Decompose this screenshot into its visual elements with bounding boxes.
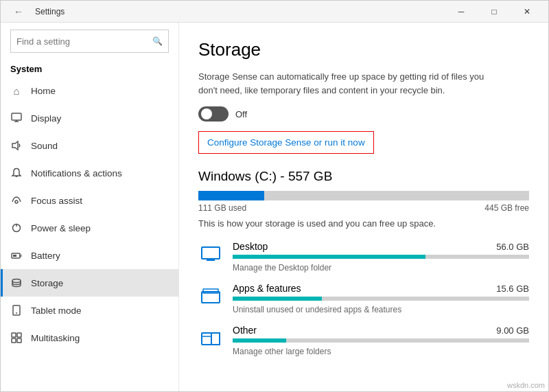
focus-icon [10, 194, 23, 207]
sidebar-item-display[interactable]: Display [1, 104, 178, 132]
other-name: Other [233, 325, 257, 336]
sidebar-item-notifications-label: Notifications & actions [31, 168, 122, 178]
svg-rect-17 [202, 247, 220, 259]
free-label: 445 GB free [484, 203, 529, 213]
apps-size: 15.6 GB [496, 284, 529, 294]
storage-item-desktop[interactable]: Desktop 56.0 GB Manage the Desktop folde… [198, 241, 529, 273]
sidebar-item-home[interactable]: ⌂ Home [1, 77, 178, 104]
desktop-desc: Manage the Desktop folder [233, 263, 331, 273]
other-bar [233, 338, 529, 343]
sidebar-search-container: 🔍 [1, 23, 178, 60]
main-storage-bar [198, 191, 529, 200]
titlebar-controls: ─ □ ✕ [445, 1, 543, 23]
desktop-bar-fill [233, 255, 425, 259]
notifications-icon [10, 167, 23, 179]
titlebar: ← Settings ─ □ ✕ [1, 1, 548, 23]
close-button[interactable]: ✕ [511, 1, 543, 23]
main-storage-bar-container: 111 GB used 445 GB free [198, 191, 529, 213]
storage-sense-toggle-row: Off [198, 106, 529, 122]
minimize-button[interactable]: ─ [445, 1, 477, 23]
toggle-knob [201, 108, 212, 119]
storage-item-other[interactable]: Other 9.00 GB Manage other large folders [198, 325, 529, 357]
tablet-icon [10, 304, 23, 316]
apps-desc: Uninstall unused or undesired apps & fea… [233, 305, 401, 314]
other-icon [198, 326, 223, 351]
apps-icon [198, 284, 223, 309]
svg-rect-22 [202, 333, 211, 345]
desktop-content: Desktop 56.0 GB Manage the Desktop folde… [233, 241, 529, 273]
sidebar-section-title: System [1, 60, 178, 77]
sidebar-item-home-label: Home [31, 86, 56, 96]
other-content: Other 9.00 GB Manage other large folders [233, 325, 529, 357]
sidebar-item-storage-label: Storage [31, 278, 63, 288]
sidebar-item-focus[interactable]: Focus assist [1, 187, 178, 214]
storage-desc: This is how your storage is used and you… [198, 218, 529, 229]
svg-rect-13 [12, 333, 16, 337]
sidebar: 🔍 System ⌂ Home Display Sound [1, 23, 179, 391]
svg-rect-16 [17, 338, 21, 343]
sidebar-item-focus-label: Focus assist [31, 196, 82, 206]
search-box[interactable]: 🔍 [10, 30, 169, 53]
apps-name: Apps & features [233, 283, 301, 294]
svg-rect-8 [20, 255, 21, 257]
back-button[interactable]: ← [9, 2, 28, 21]
storage-labels: 111 GB used 445 GB free [198, 203, 529, 213]
svg-rect-9 [13, 255, 16, 257]
sidebar-item-tablet-label: Tablet mode [31, 305, 82, 316]
desktop-name: Desktop [233, 241, 268, 252]
sidebar-item-multitasking[interactable]: Multitasking [1, 324, 178, 351]
main-storage-bar-fill [198, 191, 264, 200]
other-desc: Manage other large folders [233, 347, 331, 356]
battery-icon [10, 249, 23, 262]
used-label: 111 GB used [198, 203, 246, 213]
desktop-size: 56.0 GB [496, 242, 529, 252]
sidebar-item-storage[interactable]: Storage [1, 269, 178, 297]
apps-bar [233, 297, 529, 301]
configure-storage-link[interactable]: Configure Storage Sense or run it now [198, 131, 374, 154]
sound-icon [10, 139, 23, 152]
titlebar-left: ← Settings [9, 2, 65, 21]
sidebar-item-power-label: Power & sleep [31, 223, 91, 233]
search-icon: 🔍 [152, 36, 163, 46]
sidebar-item-battery-label: Battery [31, 251, 60, 261]
desktop-bar [233, 255, 529, 259]
content-area: 🔍 System ⌂ Home Display Sound [1, 23, 548, 391]
storage-sense-toggle[interactable] [198, 106, 229, 122]
storage-sense-description: Storage Sense can automatically free up … [198, 70, 487, 97]
svg-point-12 [16, 312, 17, 314]
sidebar-item-notifications[interactable]: Notifications & actions [1, 159, 178, 187]
multitasking-icon [10, 332, 23, 344]
sidebar-item-battery[interactable]: Battery [1, 242, 178, 269]
settings-window: ← Settings ─ □ ✕ 🔍 System ⌂ Home [0, 0, 549, 392]
search-input[interactable] [16, 36, 148, 47]
titlebar-title: Settings [35, 7, 65, 16]
drive-title: Windows (C:) - 557 GB [198, 169, 529, 184]
svg-rect-14 [17, 333, 21, 337]
storage-icon [10, 277, 23, 289]
sidebar-item-display-label: Display [31, 113, 61, 124]
sidebar-item-multitasking-label: Multitasking [31, 333, 80, 343]
storage-item-apps[interactable]: Apps & features 15.6 GB Uninstall unused… [198, 283, 529, 315]
desktop-header: Desktop 56.0 GB [233, 241, 529, 252]
svg-point-4 [15, 200, 18, 203]
main-content: Storage Storage Sense can automatically … [179, 23, 548, 391]
apps-content: Apps & features 15.6 GB Uninstall unused… [233, 283, 529, 315]
svg-rect-0 [12, 113, 21, 120]
other-header: Other 9.00 GB [233, 325, 529, 336]
sidebar-item-power[interactable]: Power & sleep [1, 214, 178, 242]
display-icon [10, 112, 23, 124]
other-size: 9.00 GB [496, 325, 529, 336]
home-icon: ⌂ [10, 84, 23, 97]
apps-header: Apps & features 15.6 GB [233, 283, 529, 294]
desktop-icon [198, 242, 223, 267]
svg-marker-3 [12, 141, 18, 150]
watermark: wskdn.com [507, 381, 545, 389]
svg-point-10 [12, 279, 21, 283]
toggle-state-label: Off [235, 109, 247, 119]
sidebar-item-tablet[interactable]: Tablet mode [1, 297, 178, 324]
sidebar-item-sound[interactable]: Sound [1, 132, 178, 159]
svg-rect-15 [12, 338, 16, 343]
page-title: Storage [198, 39, 529, 60]
apps-bar-fill [233, 297, 322, 301]
maximize-button[interactable]: □ [478, 1, 510, 23]
